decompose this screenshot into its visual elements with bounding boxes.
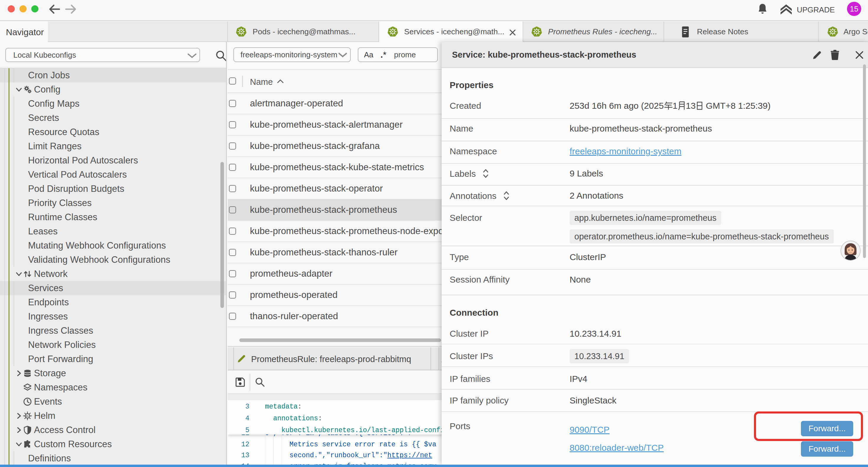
svg-text:HELM: HELM [25,415,30,417]
